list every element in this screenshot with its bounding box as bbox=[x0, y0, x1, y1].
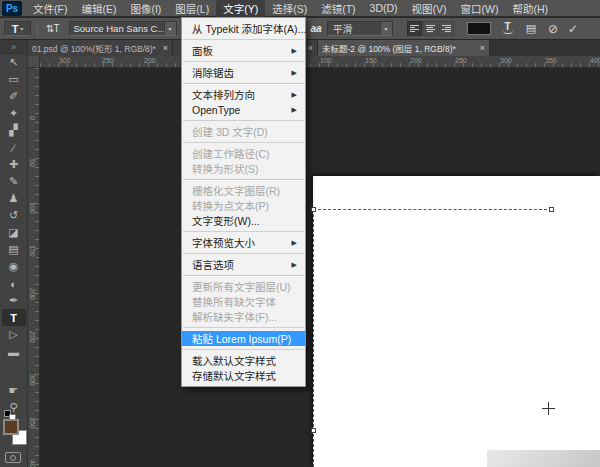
menu-item[interactable]: 文字(Y) bbox=[216, 0, 265, 17]
ruler-origin-corner[interactable] bbox=[28, 56, 40, 68]
selection-handle[interactable] bbox=[311, 428, 316, 433]
text-align-group bbox=[407, 21, 454, 36]
path-selection-tool-icon[interactable]: ▷ bbox=[2, 326, 26, 343]
menu-item-label: 创建 3D 文字(D) bbox=[192, 124, 268, 139]
marquee-tool-icon[interactable]: ▭ bbox=[2, 71, 26, 88]
selection-handle[interactable] bbox=[549, 207, 554, 212]
ruler-number: 350 bbox=[29, 417, 36, 429]
gradient-tool-icon[interactable]: ▤ bbox=[2, 241, 26, 258]
close-icon[interactable]: × bbox=[480, 43, 485, 53]
chevron-down-icon[interactable]: ▾ bbox=[380, 22, 392, 35]
menu-item[interactable]: 帮助(H) bbox=[506, 0, 556, 17]
type-menu-item[interactable]: 字体预览大小▶ bbox=[182, 235, 305, 250]
magic-wand-tool-icon[interactable]: ✦ bbox=[2, 105, 26, 122]
document-tab[interactable]: 未标题-2 @ 100% (图层 1, RGB/8)*× bbox=[318, 40, 490, 56]
type-menu-item[interactable]: 文本排列方向▶ bbox=[182, 87, 305, 102]
toolbar-collapse-icon[interactable]: » bbox=[0, 40, 27, 54]
history-brush-tool-icon[interactable]: ↺ bbox=[2, 207, 26, 224]
type-menu-item[interactable]: OpenType▶ bbox=[182, 102, 305, 117]
crosshair-cursor bbox=[542, 402, 555, 415]
menu-item[interactable]: 视图(V) bbox=[405, 0, 454, 17]
text-orientation-icon[interactable]: ⇅T bbox=[44, 23, 61, 34]
lasso-tool-icon[interactable]: ✐ bbox=[2, 88, 26, 105]
type-menu-item: 创建工作路径(C) bbox=[182, 146, 305, 161]
tab-title: 01.psd @ 100%(矩形 1, RGB/8)* bbox=[32, 42, 156, 54]
menu-item[interactable]: 图像(I) bbox=[123, 0, 168, 17]
crop-tool-icon[interactable]: ▞ bbox=[2, 122, 26, 139]
menu-item-label: 转换为形状(S) bbox=[192, 161, 259, 176]
align-left-button[interactable] bbox=[407, 21, 422, 36]
shape-tool-icon[interactable]: ▬ bbox=[2, 343, 26, 360]
menu-item[interactable]: 滤镜(T) bbox=[314, 0, 362, 17]
foreground-color-swatch[interactable] bbox=[3, 419, 19, 435]
eraser-tool-icon[interactable]: ◪ bbox=[2, 224, 26, 241]
text-color-swatch[interactable] bbox=[467, 22, 491, 35]
commit-icon[interactable]: ✓ bbox=[568, 22, 578, 36]
blur-tool-icon[interactable]: ◉ bbox=[2, 258, 26, 275]
type-menu-item[interactable]: 粘贴 Lorem Ipsum(P) bbox=[182, 331, 305, 346]
font-family-select[interactable]: Source Han Sans C... ▾ bbox=[69, 21, 177, 36]
cancel-icon[interactable]: ⊘ bbox=[548, 22, 558, 36]
selection-handle[interactable] bbox=[311, 207, 316, 212]
type-menu-item[interactable]: 文字变形(W)... bbox=[182, 213, 305, 228]
canvas-area[interactable] bbox=[40, 68, 600, 467]
menu-separator bbox=[183, 39, 304, 40]
type-menu-item[interactable]: 存储默认文字样式 bbox=[182, 368, 305, 383]
clone-stamp-tool-icon[interactable]: ♟ bbox=[2, 190, 26, 207]
close-icon[interactable]: × bbox=[308, 43, 313, 53]
menu-item-label: 消除锯齿 bbox=[192, 65, 234, 80]
submenu-arrow-icon: ▶ bbox=[292, 261, 297, 269]
vertical-ruler[interactable]: 050100150200250300350400 bbox=[28, 68, 40, 467]
warp-text-icon[interactable]: T bbox=[503, 23, 513, 34]
pen-tool-icon[interactable]: ✒ bbox=[2, 292, 26, 309]
menu-item[interactable]: 窗口(W) bbox=[454, 0, 506, 17]
ruler-number: 300 bbox=[500, 57, 512, 64]
ruler-number: 250 bbox=[455, 57, 467, 64]
document-tab[interactable]: 01.psd @ 100%(矩形 1, RGB/8)*× bbox=[28, 40, 173, 56]
align-right-button[interactable] bbox=[439, 21, 454, 36]
ruler-number: 250 bbox=[102, 57, 114, 64]
type-menu-item: 创建 3D 文字(D) bbox=[182, 124, 305, 139]
menu-item[interactable]: 编辑(E) bbox=[74, 0, 123, 17]
tool-preset-picker[interactable]: T ▾ bbox=[4, 21, 31, 36]
anti-alias-select[interactable]: 平滑 ▾ bbox=[327, 21, 393, 36]
menu-item[interactable]: 图层(L) bbox=[168, 0, 216, 17]
menu-item[interactable]: 文件(F) bbox=[26, 0, 74, 17]
ruler-number: 200 bbox=[144, 57, 156, 64]
type-menu-item: 转换为形状(S) bbox=[182, 161, 305, 176]
chevron-down-icon[interactable]: ▾ bbox=[164, 22, 176, 35]
text-box-top-edge[interactable] bbox=[313, 209, 552, 210]
dodge-tool-icon[interactable]: ◐ bbox=[2, 275, 26, 292]
photoshop-logo-icon: Ps bbox=[2, 1, 22, 16]
warp-curve bbox=[503, 30, 513, 34]
type-menu-item[interactable]: 从 Typekit 添加字体(A)... bbox=[182, 21, 305, 36]
brush-tool-icon[interactable]: ✎ bbox=[2, 173, 26, 190]
hand-tool-icon[interactable]: ☛ bbox=[2, 382, 26, 399]
menu-item[interactable]: 3D(D) bbox=[363, 0, 405, 17]
type-menu-item[interactable]: 消除锯齿▶ bbox=[182, 65, 305, 80]
type-tool-icon[interactable]: T bbox=[2, 309, 26, 326]
type-menu-item[interactable]: 载入默认文字样式 bbox=[182, 353, 305, 368]
menu-bar-items: 文件(F)编辑(E)图像(I)图层(L)文字(Y)选择(S)滤镜(T)3D(D)… bbox=[26, 0, 555, 17]
healing-brush-tool-icon[interactable]: ✚ bbox=[2, 156, 26, 173]
ruler-number: 200 bbox=[410, 57, 422, 64]
menu-item-label: OpenType bbox=[192, 104, 240, 116]
type-menu-item[interactable]: 面板▶ bbox=[182, 43, 305, 58]
align-center-button[interactable] bbox=[423, 21, 438, 36]
move-tool-icon[interactable]: ↖ bbox=[2, 54, 26, 71]
menu-item[interactable]: 选择(S) bbox=[265, 0, 314, 17]
menu-item-label: 字体预览大小 bbox=[192, 235, 255, 250]
horizontal-ruler[interactable]: 300250200100150200250300350400 bbox=[40, 56, 600, 68]
close-icon[interactable]: × bbox=[163, 43, 168, 53]
eyedropper-tool-icon[interactable]: ∕ bbox=[2, 139, 26, 156]
menu-item-label: 面板 bbox=[192, 43, 213, 58]
submenu-arrow-icon: ▶ bbox=[292, 91, 297, 99]
ruler-number: 200 bbox=[29, 288, 36, 300]
document-surface[interactable] bbox=[313, 176, 600, 467]
type-menu-item[interactable]: 语言选项▶ bbox=[182, 257, 305, 272]
quick-mask-icon[interactable] bbox=[5, 452, 21, 463]
menu-item-label: 存储默认文字样式 bbox=[192, 368, 276, 383]
toggle-panels-icon[interactable]: ▤ bbox=[526, 22, 536, 35]
menu-item-label: 替换所有缺欠字体 bbox=[192, 294, 276, 309]
ruler-number: 350 bbox=[545, 57, 557, 64]
